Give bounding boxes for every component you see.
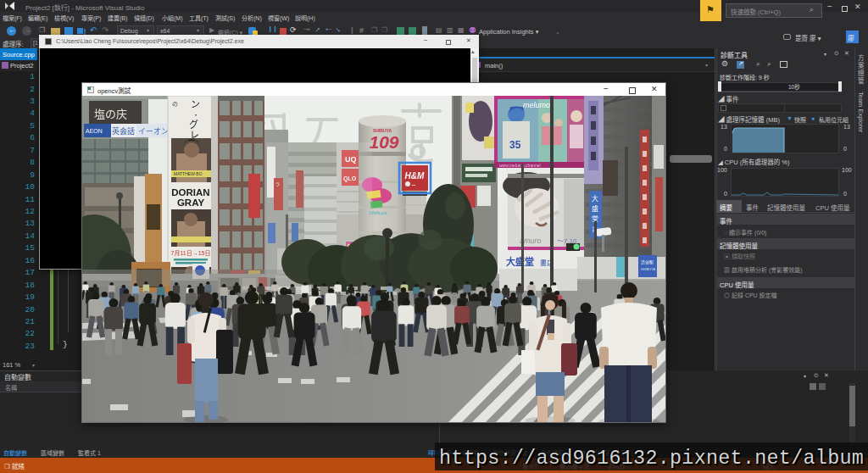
svg-text:SHIBUYA: SHIBUYA bbox=[641, 267, 656, 271]
svg-text:35: 35 bbox=[509, 139, 521, 151]
svg-text:大: 大 bbox=[592, 194, 598, 203]
svg-text:大盛堂: 大盛堂 bbox=[506, 256, 534, 267]
svg-text:盛: 盛 bbox=[592, 204, 598, 213]
svg-text:イーオン: イーオン bbox=[138, 127, 169, 136]
svg-text:GRAY: GRAY bbox=[177, 198, 204, 208]
svg-text:www.melumo.channel: www.melumo.channel bbox=[499, 163, 541, 168]
svg-text:塩の庆: 塩の庆 bbox=[94, 108, 127, 120]
svg-text:グ: グ bbox=[189, 119, 198, 130]
svg-text:の: の bbox=[172, 101, 178, 107]
svg-text:H&M: H&M bbox=[405, 171, 425, 181]
svg-text:・: ・ bbox=[192, 112, 199, 120]
svg-text:MATTHEW BO: MATTHEW BO bbox=[174, 171, 203, 176]
svg-text:渋谷駅: 渋谷駅 bbox=[641, 259, 654, 265]
svg-text:DORIAN: DORIAN bbox=[171, 187, 209, 198]
svg-text:英会話: 英会話 bbox=[112, 126, 135, 136]
svg-text:AEON: AEON bbox=[86, 128, 103, 134]
svg-text:7月11日→15日: 7月11日→15日 bbox=[171, 250, 211, 257]
svg-text:ン: ン bbox=[191, 99, 200, 109]
svg-text:▪▪▪: ▪▪▪ bbox=[412, 183, 416, 187]
svg-text:109: 109 bbox=[369, 132, 398, 152]
svg-text:melumo: melumo bbox=[523, 101, 550, 109]
